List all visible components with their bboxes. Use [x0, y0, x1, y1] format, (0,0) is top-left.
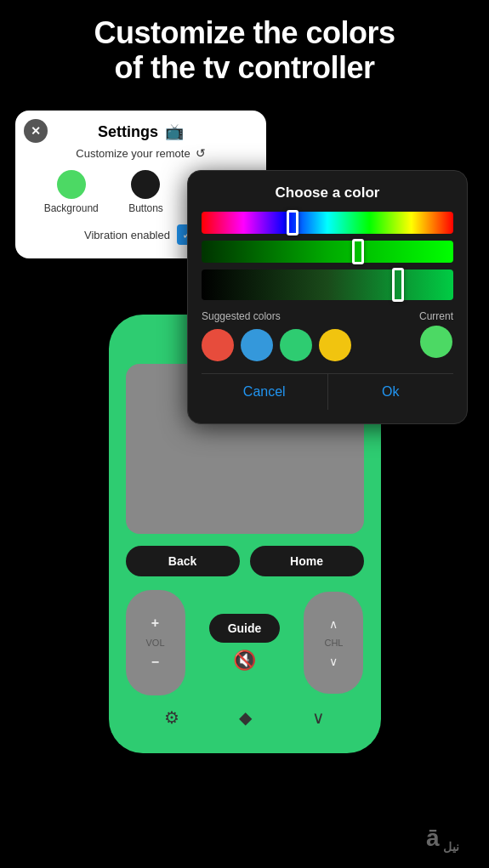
- page-header: Customize the colors of the tv controlle…: [0, 0, 489, 98]
- bottom-controls: + VOL − Guide 🔇 ∧ CHL ∨: [126, 590, 364, 695]
- buttons-option[interactable]: Buttons: [128, 170, 163, 214]
- refresh-icon[interactable]: ↺: [196, 146, 206, 160]
- chl-control[interactable]: ∧ CHL ∨: [304, 592, 363, 694]
- color-picker-title: Choose a color: [202, 184, 453, 201]
- vol-up[interactable]: +: [151, 616, 159, 631]
- back-button[interactable]: Back: [126, 546, 240, 576]
- current-color-circle: [420, 326, 452, 358]
- color-picker-dialog: Choose a color Suggested colors Current …: [187, 170, 468, 424]
- suggested-colors: [202, 329, 351, 361]
- bw-thumb[interactable]: [392, 268, 404, 302]
- tv-icon: 📺: [165, 122, 184, 141]
- hue-slider[interactable]: [202, 212, 453, 234]
- buttons-label: Buttons: [128, 202, 163, 214]
- svg-text:نيل: نيل: [443, 840, 459, 854]
- background-color-circle[interactable]: [57, 170, 86, 199]
- guide-button[interactable]: Guide: [209, 614, 281, 643]
- svg-text:ā: ā: [426, 825, 440, 851]
- suggested-label: Suggested colors: [202, 310, 351, 322]
- diamond-icon[interactable]: ◆: [239, 707, 252, 728]
- mute-icon[interactable]: 🔇: [233, 650, 256, 672]
- customize-label: Customize your remote: [76, 147, 190, 160]
- green-thumb[interactable]: [352, 239, 364, 264]
- chl-label: CHL: [324, 638, 343, 648]
- cancel-button[interactable]: Cancel: [202, 374, 327, 410]
- header-line1: Customize the colors: [17, 15, 472, 50]
- suggested-red[interactable]: [202, 329, 234, 361]
- bottom-icon-row: ⚙ ◆ ∨: [126, 707, 364, 728]
- chl-down[interactable]: ∨: [329, 655, 338, 668]
- background-label: Background: [44, 202, 99, 214]
- suggested-section: Suggested colors: [202, 310, 351, 361]
- vol-label: VOL: [145, 638, 164, 648]
- home-button[interactable]: Home: [250, 546, 364, 576]
- hue-thumb[interactable]: [287, 210, 299, 235]
- close-button[interactable]: ✕: [24, 119, 48, 143]
- vol-control[interactable]: + VOL −: [126, 590, 185, 695]
- center-controls: Guide 🔇: [209, 614, 281, 672]
- header-line2: of the tv controller: [17, 50, 472, 85]
- current-color-section: Current: [419, 310, 453, 358]
- suggested-green[interactable]: [280, 329, 312, 361]
- settings-title: Settings: [98, 123, 158, 141]
- settings-icon[interactable]: ⚙: [164, 707, 179, 728]
- suggested-blue[interactable]: [241, 329, 273, 361]
- ok-button[interactable]: Ok: [328, 374, 454, 410]
- watermark: ā نيل: [426, 820, 477, 859]
- vibration-label: Vibration enabled: [84, 229, 170, 241]
- green-slider[interactable]: [202, 241, 453, 263]
- chl-up[interactable]: ∧: [329, 617, 338, 631]
- suggested-yellow[interactable]: [319, 329, 351, 361]
- background-option[interactable]: Background: [44, 170, 99, 214]
- bw-slider[interactable]: [202, 269, 453, 300]
- nav-buttons: Back Home: [126, 546, 364, 576]
- chevron-down-icon[interactable]: ∨: [312, 707, 325, 728]
- buttons-color-circle[interactable]: [131, 170, 160, 199]
- dialog-buttons: Cancel Ok: [202, 373, 453, 410]
- current-label: Current: [419, 310, 453, 322]
- vol-down[interactable]: −: [151, 655, 159, 670]
